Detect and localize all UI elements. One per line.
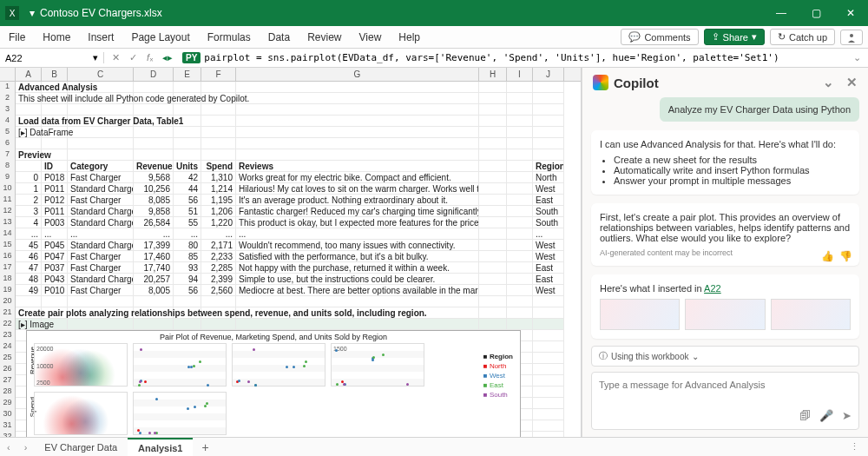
cell[interactable] [507,138,533,149]
cell[interactable]: East [533,274,564,285]
cell[interactable] [507,93,533,104]
ribbon-tab-help[interactable]: Help [390,26,429,48]
cell[interactable]: 1,206 [201,206,236,217]
cell[interactable] [42,296,68,307]
cell[interactable]: 17,460 [134,251,174,262]
fx-icon[interactable]: fₓ [142,52,158,63]
thumb-down-icon[interactable]: 👎 [839,250,852,262]
cell[interactable] [533,149,564,161]
cell[interactable]: ... [174,228,201,240]
cell[interactable]: 2,171 [201,240,236,251]
cell[interactable]: ... [16,228,42,240]
cell[interactable]: 1,214 [201,183,236,195]
cell[interactable]: 9,568 [134,172,174,183]
copilot-collapse-icon[interactable]: ⌄ [823,75,834,90]
ribbon-tab-pagelayout[interactable]: Page Layout [122,26,198,48]
cell[interactable]: ... [236,228,479,240]
cell[interactable]: 49 [16,285,42,296]
cell[interactable] [479,82,507,93]
ribbon-tab-view[interactable]: View [351,26,391,48]
cell[interactable]: P018 [42,172,68,183]
row-header[interactable]: 4 [0,116,16,127]
qat-chevron-icon[interactable]: ▾ [30,7,35,19]
cell[interactable]: 1,220 [201,217,236,228]
col-header-H[interactable]: H [479,68,507,81]
cell[interactable] [533,319,564,330]
cell[interactable] [134,82,174,93]
cell[interactable] [42,104,68,116]
cell[interactable] [134,296,174,307]
col-header-G[interactable]: G [236,68,479,81]
sheet-nav-prev-icon[interactable]: ‹ [0,442,17,453]
row-header[interactable]: 2 [0,93,16,104]
cell[interactable] [533,82,564,93]
cell[interactable] [533,364,564,375]
restore-button[interactable]: ▢ [799,0,833,26]
cell[interactable] [479,274,507,285]
row-header[interactable]: 21 [0,307,16,319]
cell[interactable] [201,116,236,127]
ribbon-tab-file[interactable]: File [0,26,34,48]
cell[interactable]: 56 [174,195,201,206]
cell[interactable]: 48 [16,274,42,285]
cell[interactable] [174,149,201,161]
cell[interactable]: Fantastic charger! Reduced my car's char… [236,206,479,217]
catchup-button[interactable]: ↻Catch up [770,29,835,45]
cell[interactable] [533,307,564,319]
cell[interactable]: Load data from EV Charger Data, Table1 [16,116,42,127]
ribbon-tab-insert[interactable]: Insert [79,26,122,48]
cell[interactable]: Simple to use, but the instructions coul… [236,274,479,285]
cell[interactable]: 85 [174,251,201,262]
cell[interactable] [68,149,134,161]
cell[interactable] [201,127,236,138]
cell[interactable]: Units [174,161,201,172]
cell[interactable]: 20,257 [134,274,174,285]
ribbon-tab-review[interactable]: Review [299,26,350,48]
comments-button[interactable]: 💬Comments [621,29,698,45]
row-header[interactable]: 24 [0,341,16,353]
add-sheet-button[interactable]: + [193,440,217,454]
row-header[interactable]: 28 [0,387,16,398]
cell[interactable]: ... [533,228,564,240]
cell[interactable]: 10,256 [134,183,174,195]
cell[interactable]: 26,584 [134,217,174,228]
cell[interactable] [533,138,564,149]
cell[interactable] [533,420,564,432]
cell[interactable] [16,161,42,172]
cell[interactable]: Category [68,161,134,172]
cell[interactable] [507,127,533,138]
col-header-J[interactable]: J [533,68,564,81]
cell[interactable]: 17,740 [134,262,174,274]
cell[interactable]: [▸] Image [16,319,42,330]
cell[interactable] [236,319,479,330]
cell[interactable]: 45 [16,240,42,251]
cancel-formula-icon[interactable]: ✕ [108,52,123,63]
cell[interactable] [479,195,507,206]
cell[interactable]: Standard Charger [68,217,134,228]
cell[interactable] [507,149,533,161]
cell[interactable]: Standard Charger [68,206,134,217]
cell[interactable] [174,319,201,330]
copilot-thumbnail[interactable] [685,299,765,330]
cell[interactable] [533,296,564,307]
cell[interactable]: West [533,285,564,296]
cell[interactable]: P045 [42,240,68,251]
cell[interactable] [479,319,507,330]
cell[interactable]: P011 [42,183,68,195]
cell[interactable] [507,296,533,307]
formula-chevron-icon[interactable]: ◂▸ [160,52,175,63]
cell[interactable] [479,116,507,127]
cell[interactable] [479,240,507,251]
sheet-nav-next-icon[interactable]: › [17,442,35,453]
row-header[interactable]: 11 [0,195,16,206]
cell[interactable]: P003 [42,217,68,228]
cell[interactable]: Revenue [134,161,174,172]
attach-icon[interactable]: 🗐 [799,409,811,422]
col-header-D[interactable]: D [134,68,174,81]
col-header-I[interactable]: I [507,68,533,81]
cell[interactable]: ID [42,161,68,172]
row-header[interactable]: 29 [0,398,16,409]
cell[interactable]: West [533,240,564,251]
row-header[interactable]: 12 [0,206,16,217]
cell[interactable] [479,206,507,217]
